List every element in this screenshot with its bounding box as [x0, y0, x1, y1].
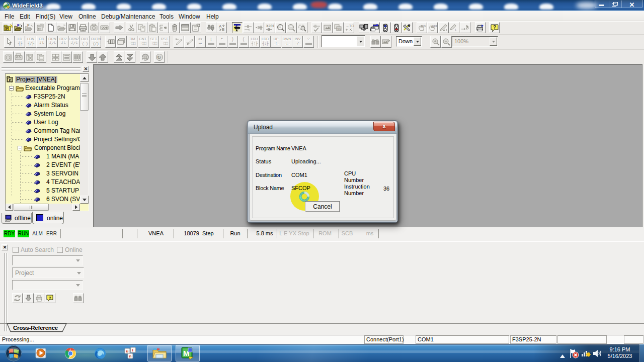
svg-text:P: P — [6, 27, 8, 31]
svg-text:P: P — [27, 24, 30, 27]
svg-text:X201: X201 — [266, 24, 274, 28]
svg-text:SV: SV — [337, 28, 341, 31]
svg-text:?: ? — [49, 295, 52, 300]
svg-text:n: n — [129, 354, 132, 358]
svg-text:P: P — [9, 78, 12, 82]
svg-text:u: u — [126, 349, 129, 353]
svg-text:L: L — [455, 28, 457, 31]
svg-text:→TO: →TO — [346, 24, 354, 28]
svg-text:i: i — [132, 348, 133, 352]
svg-text:↻: ↻ — [157, 55, 161, 60]
svg-text:P: P — [17, 24, 20, 27]
svg-text:?: ? — [493, 25, 496, 30]
svg-text:B: B — [222, 27, 224, 32]
